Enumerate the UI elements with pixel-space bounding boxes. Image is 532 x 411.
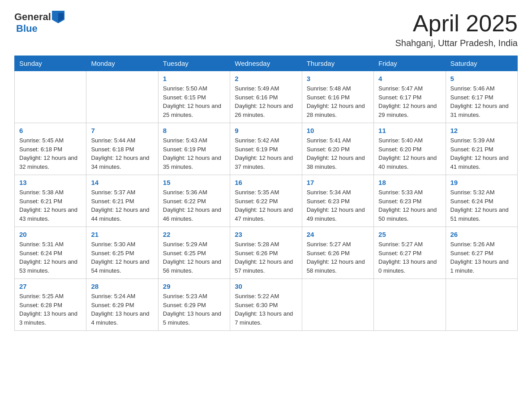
day-info: Sunrise: 5:23 AMSunset: 6:29 PMDaylight:… bbox=[163, 292, 225, 327]
day-number: 4 bbox=[378, 75, 441, 82]
calendar-cell: 1Sunrise: 5:50 AMSunset: 6:15 PMDaylight… bbox=[158, 71, 230, 123]
day-number: 30 bbox=[235, 283, 297, 290]
header-sunday: Sunday bbox=[15, 56, 86, 71]
day-info: Sunrise: 5:35 AMSunset: 6:22 PMDaylight:… bbox=[235, 188, 297, 223]
calendar-cell: 23Sunrise: 5:28 AMSunset: 6:26 PMDayligh… bbox=[230, 227, 302, 279]
day-info: Sunrise: 5:43 AMSunset: 6:19 PMDaylight:… bbox=[163, 136, 225, 171]
day-info: Sunrise: 5:27 AMSunset: 6:27 PMDaylight:… bbox=[378, 240, 441, 275]
day-info: Sunrise: 5:26 AMSunset: 6:27 PMDaylight:… bbox=[450, 240, 513, 275]
calendar-header: Sunday Monday Tuesday Wednesday Thursday… bbox=[15, 56, 518, 71]
day-info: Sunrise: 5:22 AMSunset: 6:30 PMDaylight:… bbox=[235, 292, 297, 327]
day-number: 7 bbox=[91, 127, 153, 134]
day-number: 10 bbox=[307, 127, 369, 134]
day-number: 13 bbox=[19, 179, 82, 186]
logo-general-text: General bbox=[14, 12, 51, 22]
calendar-cell: 21Sunrise: 5:30 AMSunset: 6:25 PMDayligh… bbox=[86, 227, 158, 279]
month-title: April 2025 bbox=[395, 11, 518, 36]
header-tuesday: Tuesday bbox=[158, 56, 230, 71]
calendar-cell: 26Sunrise: 5:26 AMSunset: 6:27 PMDayligh… bbox=[446, 227, 517, 279]
calendar-cell: 7Sunrise: 5:44 AMSunset: 6:18 PMDaylight… bbox=[86, 123, 158, 175]
day-info: Sunrise: 5:47 AMSunset: 6:17 PMDaylight:… bbox=[378, 84, 441, 119]
title-block: April 2025 Shahganj, Uttar Pradesh, Indi… bbox=[395, 11, 518, 48]
day-info: Sunrise: 5:36 AMSunset: 6:22 PMDaylight:… bbox=[163, 188, 225, 223]
day-number: 3 bbox=[307, 75, 369, 82]
day-info: Sunrise: 5:46 AMSunset: 6:17 PMDaylight:… bbox=[450, 84, 513, 119]
calendar-cell: 20Sunrise: 5:31 AMSunset: 6:24 PMDayligh… bbox=[15, 227, 86, 279]
day-number: 24 bbox=[307, 231, 369, 238]
day-number: 14 bbox=[91, 179, 153, 186]
day-info: Sunrise: 5:27 AMSunset: 6:26 PMDaylight:… bbox=[307, 240, 369, 275]
calendar-cell: 28Sunrise: 5:24 AMSunset: 6:29 PMDayligh… bbox=[86, 279, 158, 331]
logo-blue-text: Blue bbox=[16, 23, 64, 34]
day-info: Sunrise: 5:37 AMSunset: 6:21 PMDaylight:… bbox=[91, 188, 153, 223]
day-number: 11 bbox=[378, 127, 441, 134]
calendar-cell bbox=[374, 279, 446, 331]
day-info: Sunrise: 5:24 AMSunset: 6:29 PMDaylight:… bbox=[91, 292, 153, 327]
day-info: Sunrise: 5:44 AMSunset: 6:18 PMDaylight:… bbox=[91, 136, 153, 171]
day-info: Sunrise: 5:41 AMSunset: 6:20 PMDaylight:… bbox=[307, 136, 369, 171]
location-title: Shahganj, Uttar Pradesh, India bbox=[395, 38, 518, 48]
day-info: Sunrise: 5:32 AMSunset: 6:24 PMDaylight:… bbox=[450, 188, 513, 223]
header-wednesday: Wednesday bbox=[230, 56, 302, 71]
calendar-cell: 10Sunrise: 5:41 AMSunset: 6:20 PMDayligh… bbox=[302, 123, 373, 175]
day-number: 20 bbox=[19, 231, 82, 238]
day-number: 23 bbox=[235, 231, 297, 238]
calendar-cell: 19Sunrise: 5:32 AMSunset: 6:24 PMDayligh… bbox=[446, 175, 517, 227]
day-info: Sunrise: 5:45 AMSunset: 6:18 PMDaylight:… bbox=[19, 136, 82, 171]
day-info: Sunrise: 5:49 AMSunset: 6:16 PMDaylight:… bbox=[235, 84, 297, 119]
day-number: 6 bbox=[19, 127, 82, 134]
day-number: 1 bbox=[163, 75, 225, 82]
calendar-cell: 6Sunrise: 5:45 AMSunset: 6:18 PMDaylight… bbox=[15, 123, 86, 175]
calendar-cell: 17Sunrise: 5:34 AMSunset: 6:23 PMDayligh… bbox=[302, 175, 373, 227]
calendar-cell: 16Sunrise: 5:35 AMSunset: 6:22 PMDayligh… bbox=[230, 175, 302, 227]
calendar-cell: 8Sunrise: 5:43 AMSunset: 6:19 PMDaylight… bbox=[158, 123, 230, 175]
day-info: Sunrise: 5:40 AMSunset: 6:20 PMDaylight:… bbox=[378, 136, 441, 171]
page-header: General Blue April 2025 Shahganj, Uttar … bbox=[14, 11, 518, 48]
day-info: Sunrise: 5:42 AMSunset: 6:19 PMDaylight:… bbox=[235, 136, 297, 171]
day-info: Sunrise: 5:50 AMSunset: 6:15 PMDaylight:… bbox=[163, 84, 225, 119]
weekday-header-row: Sunday Monday Tuesday Wednesday Thursday… bbox=[15, 56, 518, 71]
calendar-cell: 24Sunrise: 5:27 AMSunset: 6:26 PMDayligh… bbox=[302, 227, 373, 279]
day-number: 8 bbox=[163, 127, 225, 134]
day-info: Sunrise: 5:39 AMSunset: 6:21 PMDaylight:… bbox=[450, 136, 513, 171]
day-info: Sunrise: 5:38 AMSunset: 6:21 PMDaylight:… bbox=[19, 188, 82, 223]
calendar-cell bbox=[302, 279, 373, 331]
day-number: 12 bbox=[450, 127, 513, 134]
calendar-cell: 13Sunrise: 5:38 AMSunset: 6:21 PMDayligh… bbox=[15, 175, 86, 227]
day-number: 22 bbox=[163, 231, 225, 238]
header-saturday: Saturday bbox=[446, 56, 517, 71]
day-info: Sunrise: 5:33 AMSunset: 6:23 PMDaylight:… bbox=[378, 188, 441, 223]
calendar-cell bbox=[86, 71, 158, 123]
day-number: 5 bbox=[450, 75, 513, 82]
day-number: 17 bbox=[307, 179, 369, 186]
calendar-cell bbox=[446, 279, 517, 331]
day-number: 15 bbox=[163, 179, 225, 186]
calendar-cell: 29Sunrise: 5:23 AMSunset: 6:29 PMDayligh… bbox=[158, 279, 230, 331]
calendar-week-row: 27Sunrise: 5:25 AMSunset: 6:28 PMDayligh… bbox=[15, 279, 518, 331]
calendar-cell: 11Sunrise: 5:40 AMSunset: 6:20 PMDayligh… bbox=[374, 123, 446, 175]
day-number: 18 bbox=[378, 179, 441, 186]
day-number: 29 bbox=[163, 283, 225, 290]
day-info: Sunrise: 5:31 AMSunset: 6:24 PMDaylight:… bbox=[19, 240, 82, 275]
header-monday: Monday bbox=[86, 56, 158, 71]
calendar-cell: 27Sunrise: 5:25 AMSunset: 6:28 PMDayligh… bbox=[15, 279, 86, 331]
calendar-cell: 22Sunrise: 5:29 AMSunset: 6:25 PMDayligh… bbox=[158, 227, 230, 279]
calendar-body: 1Sunrise: 5:50 AMSunset: 6:15 PMDaylight… bbox=[15, 71, 518, 331]
day-info: Sunrise: 5:48 AMSunset: 6:16 PMDaylight:… bbox=[307, 84, 369, 119]
calendar-week-row: 13Sunrise: 5:38 AMSunset: 6:21 PMDayligh… bbox=[15, 175, 518, 227]
day-info: Sunrise: 5:34 AMSunset: 6:23 PMDaylight:… bbox=[307, 188, 369, 223]
calendar-cell: 4Sunrise: 5:47 AMSunset: 6:17 PMDaylight… bbox=[374, 71, 446, 123]
header-thursday: Thursday bbox=[302, 56, 373, 71]
day-info: Sunrise: 5:28 AMSunset: 6:26 PMDaylight:… bbox=[235, 240, 297, 275]
calendar-week-row: 1Sunrise: 5:50 AMSunset: 6:15 PMDaylight… bbox=[15, 71, 518, 123]
header-friday: Friday bbox=[374, 56, 446, 71]
day-number: 19 bbox=[450, 179, 513, 186]
logo-icon bbox=[52, 11, 64, 23]
calendar-cell: 30Sunrise: 5:22 AMSunset: 6:30 PMDayligh… bbox=[230, 279, 302, 331]
calendar-cell: 9Sunrise: 5:42 AMSunset: 6:19 PMDaylight… bbox=[230, 123, 302, 175]
day-number: 16 bbox=[235, 179, 297, 186]
day-number: 27 bbox=[19, 283, 82, 290]
day-info: Sunrise: 5:30 AMSunset: 6:25 PMDaylight:… bbox=[91, 240, 153, 275]
day-info: Sunrise: 5:29 AMSunset: 6:25 PMDaylight:… bbox=[163, 240, 225, 275]
calendar-week-row: 6Sunrise: 5:45 AMSunset: 6:18 PMDaylight… bbox=[15, 123, 518, 175]
